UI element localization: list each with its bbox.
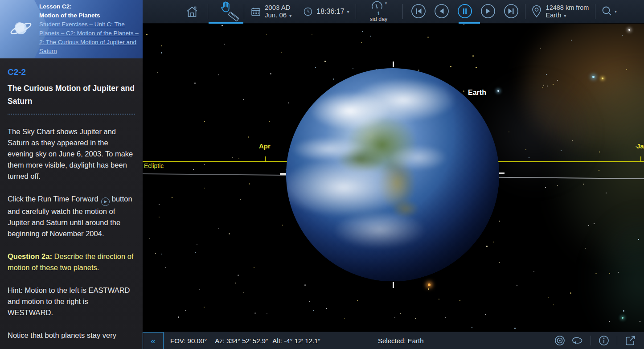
run-time-backward-button[interactable] bbox=[434, 4, 449, 20]
date-day: Jun. 06 bbox=[265, 11, 287, 19]
search-button[interactable]: ▾ bbox=[601, 5, 617, 18]
lesson-code: C2-2 bbox=[8, 67, 135, 77]
lesson-title: Motion of the Planets bbox=[39, 11, 141, 20]
search-icon bbox=[601, 5, 613, 18]
chevron-down-icon: ▾ bbox=[385, 1, 387, 5]
toolbar-divider bbox=[595, 4, 595, 19]
lesson-paragraph-run: Click the Run Time Forward ▶ button and … bbox=[8, 193, 135, 239]
sky-view[interactable]: Earth Apr Jan Ecliptic bbox=[143, 24, 644, 332]
planetarium-app: 2003 AD Jun. 06▾ 18:36:17 ▾ bbox=[0, 0, 644, 349]
main-toolbar: 2003 AD Jun. 06▾ 18:36:17 ▾ bbox=[143, 0, 644, 24]
selected-object-readout: Selected: Earth bbox=[378, 337, 424, 345]
rate-value: 1 bbox=[377, 11, 380, 16]
star bbox=[628, 29, 630, 31]
star bbox=[592, 76, 595, 78]
play-icon bbox=[480, 4, 496, 19]
nebula bbox=[532, 57, 644, 279]
location-line2: Earth bbox=[546, 12, 562, 19]
open-external-button[interactable] bbox=[624, 335, 636, 346]
chevron-down-icon: ▾ bbox=[564, 13, 566, 18]
home-icon bbox=[185, 5, 199, 18]
earth-label[interactable]: Earth bbox=[468, 89, 486, 97]
toolbar-divider bbox=[356, 4, 356, 19]
location-pin-icon bbox=[531, 5, 542, 18]
altitude-readout: Alt: -4° 12′ 12.1″ bbox=[272, 337, 320, 345]
location-line1: 12488 km from bbox=[546, 4, 589, 12]
open-external-icon bbox=[624, 335, 636, 346]
chevron-down-icon: ▾ bbox=[289, 13, 291, 18]
toolbar-divider bbox=[208, 4, 208, 19]
info-button[interactable] bbox=[598, 335, 610, 346]
fov-readout: FOV: 90.00° bbox=[170, 337, 207, 345]
dotted-divider bbox=[8, 114, 135, 115]
lesson-kicker: Lesson C2: bbox=[39, 2, 141, 11]
ecliptic-label: Ecliptic bbox=[144, 162, 164, 169]
time-rate-control[interactable]: ▾ 1 sid day bbox=[361, 1, 396, 23]
azimuth-readout: Az: 334° 52′ 52.9″ bbox=[215, 337, 268, 345]
star bbox=[428, 283, 431, 286]
info-icon bbox=[598, 335, 610, 346]
run-time-forward-inline-icon: ▶ bbox=[101, 197, 110, 206]
nebula bbox=[504, 24, 644, 174]
ruler-icon bbox=[226, 10, 241, 23]
date-era: 2003 AD bbox=[265, 4, 291, 11]
star bbox=[602, 78, 603, 79]
month-label-apr: Apr bbox=[259, 142, 271, 150]
nebula bbox=[588, 211, 644, 332]
statusbar-divider bbox=[591, 336, 591, 345]
equator-marker bbox=[499, 172, 505, 174]
lesson-breadcrumb-link[interactable]: Student Exercises – Unit C: The Planets … bbox=[39, 21, 139, 54]
status-bar: « FOV: 90.00° Az: 334° 52′ 52.9″ Alt: -4… bbox=[143, 332, 644, 349]
lesson-sidebar: Lesson C2: Motion of the Planets Student… bbox=[0, 0, 143, 349]
clipped-paragraph: Notice that both planets stay very bbox=[8, 330, 135, 341]
toolbar-divider bbox=[402, 4, 403, 19]
star bbox=[622, 317, 623, 319]
sky-viewport: 2003 AD Jun. 06▾ 18:36:17 ▾ bbox=[143, 0, 644, 349]
earth-planet[interactable] bbox=[286, 68, 499, 281]
orbit-view-button[interactable] bbox=[570, 335, 583, 346]
active-tool-underline bbox=[209, 22, 243, 24]
lesson-body: C2-2 The Curious Motion of Jupiter and S… bbox=[0, 58, 143, 341]
home-button[interactable] bbox=[185, 5, 199, 18]
active-playback-underline bbox=[459, 22, 480, 24]
skip-to-start-button[interactable] bbox=[411, 4, 426, 20]
question-label: Question 2a: bbox=[8, 252, 52, 260]
viewing-location-control[interactable]: 12488 km from Earth▾ bbox=[531, 4, 589, 20]
month-label-jan: Jan bbox=[636, 142, 644, 150]
time-control[interactable]: 18:36:17 ▾ bbox=[303, 7, 349, 16]
skip-forward-icon bbox=[504, 4, 519, 19]
lesson-header: Lesson C2: Motion of the Planets Student… bbox=[0, 0, 143, 58]
ecliptic-tick bbox=[265, 156, 266, 161]
lesson-paragraph-intro: The Sky Chart shows Jupiter and Saturn a… bbox=[8, 126, 135, 182]
step-back-icon bbox=[434, 4, 449, 19]
chevron-down-icon: ▾ bbox=[615, 9, 617, 14]
question-paragraph: Question 2a: Describe the direction of m… bbox=[8, 251, 135, 273]
statusbar-divider bbox=[617, 336, 617, 345]
pan-tool-button[interactable] bbox=[215, 0, 244, 24]
toolbar-divider bbox=[525, 4, 525, 19]
chevron-down-icon: ▾ bbox=[347, 9, 349, 14]
center-selection-button[interactable] bbox=[554, 335, 566, 346]
skip-back-icon bbox=[411, 4, 426, 19]
collapse-panel-button[interactable]: « bbox=[143, 332, 164, 349]
skip-to-end-button[interactable] bbox=[504, 4, 519, 20]
date-control[interactable]: 2003 AD Jun. 06▾ bbox=[250, 4, 291, 20]
orbit-icon bbox=[570, 335, 583, 346]
pause-button[interactable] bbox=[457, 4, 472, 20]
pause-icon bbox=[457, 4, 472, 19]
run-time-forward-button[interactable] bbox=[480, 4, 496, 20]
time-value: 18:36:17 bbox=[316, 8, 344, 16]
target-icon bbox=[554, 335, 566, 346]
earth-night-shadow bbox=[286, 68, 499, 281]
run-text-before: Click the Run Time Forward bbox=[8, 195, 98, 203]
equator-marker bbox=[280, 173, 286, 175]
meridian-tick bbox=[393, 62, 394, 67]
rate-unit: sid day bbox=[370, 16, 388, 23]
hint-paragraph: Hint: Motion to the left is EASTWARD and… bbox=[8, 285, 135, 318]
ecliptic-tick bbox=[640, 156, 641, 161]
star bbox=[497, 90, 499, 92]
time-rate-gauge-icon bbox=[370, 1, 384, 10]
meridian-tick bbox=[393, 282, 394, 288]
toolbar-divider bbox=[244, 4, 244, 19]
calendar-icon bbox=[250, 6, 261, 17]
